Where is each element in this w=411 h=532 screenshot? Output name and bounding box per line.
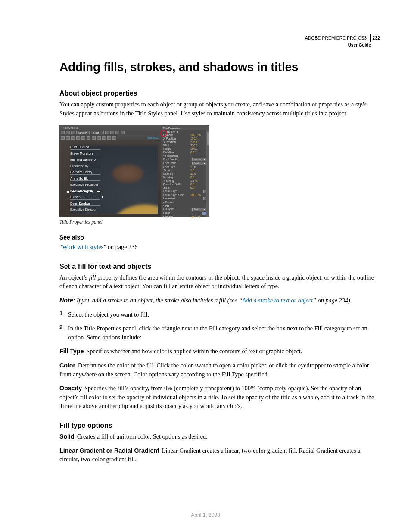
- figure-panel-tab: Title Properties: [162, 126, 209, 130]
- figure-caption: Title Properties panel: [59, 219, 380, 224]
- page-footer-date: April 1, 2008: [0, 512, 411, 518]
- page-title: Adding fills, strokes, and shadows in ti…: [59, 60, 380, 74]
- see-also-heading: See also: [59, 234, 380, 241]
- definition-gradient: Linear Gradient or Radial GradientLinear…: [59, 446, 380, 464]
- product-name: ADOBE PREMIERE PRO CS3: [305, 36, 367, 40]
- figure-credit-roll: Curt Fukuda Steve Muratore Michael Salin…: [70, 145, 100, 214]
- figure-title-properties: Title: Credits Myriad▾ Bold▾ 00;00;00;21: [59, 125, 209, 217]
- figure-toolbar-1: Myriad▾ Bold▾: [59, 130, 161, 135]
- guide-label: User Guide: [305, 42, 371, 48]
- figure-style-select: Bold▾: [91, 131, 104, 134]
- header-divider: [370, 34, 371, 42]
- figure-canvas: Curt Fukuda Steve Muratore Michael Salin…: [62, 141, 158, 214]
- figure-timecode: 00;00;00;21: [147, 137, 159, 139]
- step-1: 1 Select the object you want to fill.: [59, 310, 380, 319]
- figure-window-tab: Title: Credits: [59, 125, 161, 130]
- definition-solid: SolidCreates a fill of uniform color. Se…: [59, 432, 380, 441]
- page-number: 232: [372, 36, 380, 40]
- paragraph: You can apply custom properties to each …: [59, 100, 380, 118]
- section-fill-type-options: Fill type options: [59, 422, 380, 429]
- figure-toolbar-2: 00;00;00;21: [59, 135, 161, 140]
- section-about-object-properties: About object properties: [59, 90, 380, 97]
- page-header: ADOBE PREMIERE PRO CS3 232 User Guide: [305, 34, 380, 48]
- figure-titler-window: Title: Credits Myriad▾ Bold▾ 00;00;00;21: [59, 125, 161, 217]
- figure-font-select: Myriad▾: [76, 131, 90, 134]
- link-add-stroke[interactable]: Add a stroke to text or object: [242, 297, 313, 304]
- definition-opacity: OpacitySpecifies the fill’s opacity, fro…: [59, 384, 380, 411]
- paragraph: An object’s fill property defines the ar…: [59, 273, 380, 291]
- definition-color: ColorDetermines the color of the fill. C…: [59, 361, 380, 379]
- section-set-a-fill: Set a fill for text and objects: [59, 263, 380, 271]
- figure-properties-panel: Title Properties Transform Opacity100.0 …: [161, 125, 209, 217]
- step-2: 2 In the Title Properties panel, click t…: [59, 324, 380, 342]
- see-also-item: “Work with styles” on page 236: [59, 243, 380, 252]
- link-work-with-styles[interactable]: Work with styles: [62, 243, 103, 250]
- note: Note: If you add a stroke to an object, …: [59, 296, 380, 305]
- definition-fill-type: Fill TypeSpecifies whether and how color…: [59, 347, 380, 356]
